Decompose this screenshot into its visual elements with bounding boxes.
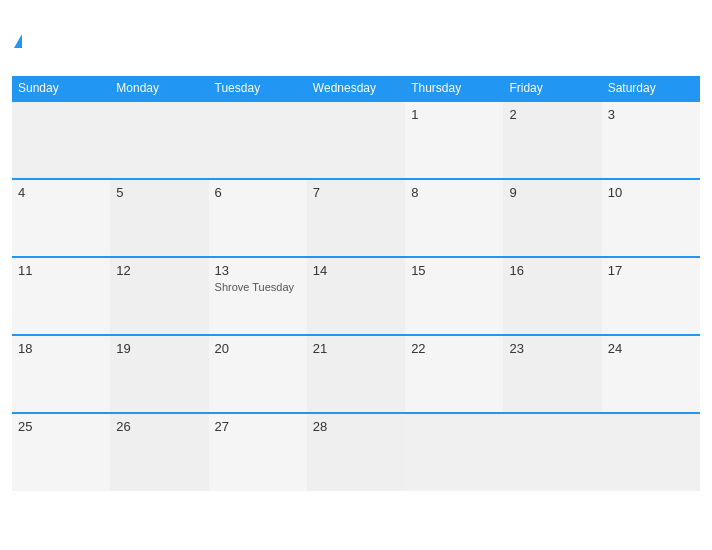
day-number: 1 bbox=[411, 107, 497, 122]
calendar-cell: 28 bbox=[307, 413, 405, 491]
calendar-cell: 16 bbox=[503, 257, 601, 335]
calendar-cell: 10 bbox=[602, 179, 700, 257]
calendar-cell: 7 bbox=[307, 179, 405, 257]
calendar-cell: 11 bbox=[12, 257, 110, 335]
day-number: 18 bbox=[18, 341, 104, 356]
day-number: 21 bbox=[313, 341, 399, 356]
day-number: 19 bbox=[116, 341, 202, 356]
week-row-5: 25262728 bbox=[12, 413, 700, 491]
calendar-cell: 4 bbox=[12, 179, 110, 257]
calendar-cell: 13Shrove Tuesday bbox=[209, 257, 307, 335]
day-number: 8 bbox=[411, 185, 497, 200]
calendar-grid: SundayMondayTuesdayWednesdayThursdayFrid… bbox=[12, 76, 700, 491]
logo-triangle-icon bbox=[14, 34, 22, 48]
calendar-header-row: SundayMondayTuesdayWednesdayThursdayFrid… bbox=[12, 76, 700, 101]
calendar-cell bbox=[602, 413, 700, 491]
calendar-cell: 9 bbox=[503, 179, 601, 257]
calendar-cell bbox=[307, 101, 405, 179]
calendar-cell: 12 bbox=[110, 257, 208, 335]
calendar-cell bbox=[12, 101, 110, 179]
day-header-wednesday: Wednesday bbox=[307, 76, 405, 101]
day-number: 14 bbox=[313, 263, 399, 278]
week-row-3: 111213Shrove Tuesday14151617 bbox=[12, 257, 700, 335]
day-number: 22 bbox=[411, 341, 497, 356]
logo bbox=[12, 32, 22, 48]
event-label: Shrove Tuesday bbox=[215, 281, 301, 293]
calendar-header bbox=[12, 10, 700, 70]
calendar-cell: 3 bbox=[602, 101, 700, 179]
calendar-cell: 19 bbox=[110, 335, 208, 413]
calendar-cell: 20 bbox=[209, 335, 307, 413]
day-number: 16 bbox=[509, 263, 595, 278]
calendar-cell: 18 bbox=[12, 335, 110, 413]
calendar-cell: 21 bbox=[307, 335, 405, 413]
day-number: 25 bbox=[18, 419, 104, 434]
day-number: 11 bbox=[18, 263, 104, 278]
calendar-cell: 1 bbox=[405, 101, 503, 179]
day-number: 28 bbox=[313, 419, 399, 434]
day-number: 24 bbox=[608, 341, 694, 356]
calendar-cell bbox=[503, 413, 601, 491]
calendar-cell: 26 bbox=[110, 413, 208, 491]
calendar-cell: 6 bbox=[209, 179, 307, 257]
calendar-cell: 5 bbox=[110, 179, 208, 257]
calendar-cell: 24 bbox=[602, 335, 700, 413]
day-header-saturday: Saturday bbox=[602, 76, 700, 101]
day-number: 7 bbox=[313, 185, 399, 200]
calendar-cell: 15 bbox=[405, 257, 503, 335]
week-row-2: 45678910 bbox=[12, 179, 700, 257]
calendar-cell: 25 bbox=[12, 413, 110, 491]
week-row-4: 18192021222324 bbox=[12, 335, 700, 413]
day-header-friday: Friday bbox=[503, 76, 601, 101]
day-number: 17 bbox=[608, 263, 694, 278]
calendar-cell: 23 bbox=[503, 335, 601, 413]
day-header-tuesday: Tuesday bbox=[209, 76, 307, 101]
day-header-thursday: Thursday bbox=[405, 76, 503, 101]
calendar-cell: 8 bbox=[405, 179, 503, 257]
day-number: 12 bbox=[116, 263, 202, 278]
day-number: 4 bbox=[18, 185, 104, 200]
calendar-cell bbox=[110, 101, 208, 179]
day-header-monday: Monday bbox=[110, 76, 208, 101]
week-row-1: 123 bbox=[12, 101, 700, 179]
day-number: 15 bbox=[411, 263, 497, 278]
logo-text bbox=[12, 32, 22, 48]
calendar-cell: 2 bbox=[503, 101, 601, 179]
calendar-body: 12345678910111213Shrove Tuesday141516171… bbox=[12, 101, 700, 491]
day-number: 2 bbox=[509, 107, 595, 122]
day-number: 27 bbox=[215, 419, 301, 434]
day-number: 3 bbox=[608, 107, 694, 122]
day-number: 6 bbox=[215, 185, 301, 200]
day-number: 9 bbox=[509, 185, 595, 200]
day-number: 26 bbox=[116, 419, 202, 434]
calendar-cell bbox=[209, 101, 307, 179]
day-number: 23 bbox=[509, 341, 595, 356]
calendar-cell: 17 bbox=[602, 257, 700, 335]
day-number: 20 bbox=[215, 341, 301, 356]
calendar-cell bbox=[405, 413, 503, 491]
calendar-container: SundayMondayTuesdayWednesdayThursdayFrid… bbox=[0, 0, 712, 550]
day-number: 5 bbox=[116, 185, 202, 200]
day-header-sunday: Sunday bbox=[12, 76, 110, 101]
calendar-cell: 22 bbox=[405, 335, 503, 413]
day-number: 13 bbox=[215, 263, 301, 278]
calendar-cell: 27 bbox=[209, 413, 307, 491]
day-number: 10 bbox=[608, 185, 694, 200]
calendar-cell: 14 bbox=[307, 257, 405, 335]
